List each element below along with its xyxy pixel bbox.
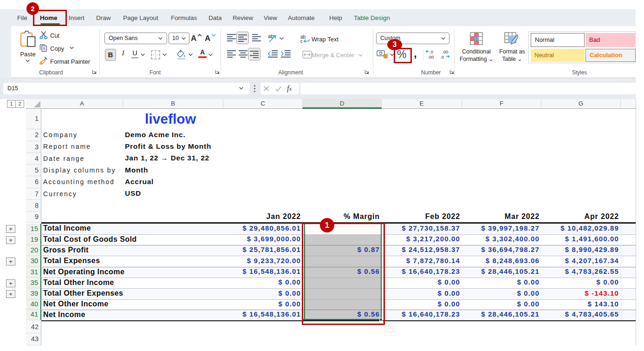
svg-text:.0: .0 — [440, 54, 444, 59]
svg-text:.00: .00 — [428, 54, 434, 59]
svg-text:.0: .0 — [429, 49, 433, 54]
svg-text:c: c — [300, 39, 303, 43]
svg-text:.00: .00 — [442, 49, 448, 54]
